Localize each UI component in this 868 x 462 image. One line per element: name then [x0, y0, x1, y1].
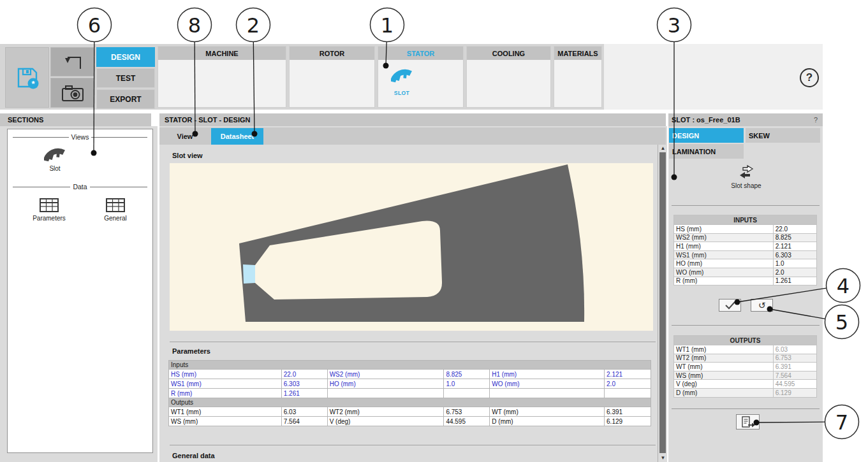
table-row: WS (mm)7.564V (deg)44.595D (mm)6.129 — [169, 417, 651, 426]
slot-shape-tool[interactable]: Slot shape — [719, 164, 773, 189]
undo-button[interactable] — [50, 47, 94, 76]
export-report-icon — [740, 415, 756, 428]
parameter-value[interactable]: 2.0 — [605, 379, 651, 389]
parameter-label: WT1 (mm) — [169, 407, 282, 417]
slot-shape-icon — [738, 164, 754, 180]
callout-number: 2 — [247, 13, 260, 38]
test-mode-button[interactable]: TEST — [96, 68, 155, 88]
parameter-value[interactable]: 8.825 — [444, 370, 490, 379]
design-mode-button[interactable]: DESIGN — [96, 47, 155, 67]
rotor-panel[interactable]: ROTOR — [289, 46, 375, 108]
parameter-value[interactable]: 22.0 — [281, 370, 327, 379]
help-button[interactable]: ? — [800, 68, 819, 87]
checkmark-icon — [725, 301, 736, 310]
parameter-label: WO (mm) — [490, 379, 605, 389]
parameter-label: WT (mm) — [490, 407, 605, 417]
parameter-value: 6.391 — [773, 363, 816, 372]
callout-number: 1 — [381, 13, 394, 38]
parameter-label: WS1 (mm) — [674, 250, 774, 259]
vertical-scrollbar[interactable]: ▲ ▼ — [658, 145, 667, 462]
parameter-value: 44.595 — [773, 380, 816, 389]
panel-divider — [672, 205, 820, 206]
parameter-value: 6.03 — [281, 407, 327, 417]
tab-skew[interactable]: SKEW — [746, 128, 820, 143]
callout-circle — [825, 405, 859, 439]
parameter-value: 6.03 — [773, 345, 816, 354]
scroll-up-arrow-icon[interactable]: ▲ — [658, 145, 668, 152]
slot-panel-help[interactable]: ? — [814, 116, 823, 124]
slot-shape-label: Slot shape — [719, 182, 773, 189]
parameter-label: WS1 (mm) — [169, 379, 282, 389]
sections-panel: Views Slot Data Parameters — [7, 129, 153, 453]
export-report-button[interactable] — [736, 414, 760, 430]
parameter-label: HO (mm) — [327, 379, 444, 389]
parameter-value[interactable]: 1.261 — [773, 277, 816, 285]
save-button[interactable]: * — [5, 47, 49, 108]
parameter-label: WS (mm) — [169, 417, 282, 426]
apply-button[interactable] — [719, 299, 741, 312]
inputs-table-header: INPUTS — [674, 215, 817, 225]
callout-circle — [371, 8, 404, 42]
parameter-value[interactable]: 2.121 — [605, 370, 651, 379]
parameter-value[interactable]: 8.825 — [773, 233, 816, 242]
parameter-value: 44.595 — [444, 417, 490, 426]
parameter-value[interactable]: 22.0 — [773, 225, 816, 234]
sidebar-item-slot[interactable]: Slot — [34, 145, 75, 172]
scroll-down-arrow-icon[interactable]: ▼ — [658, 455, 668, 461]
tab-design[interactable]: DESIGN — [669, 128, 744, 143]
slot-view-heading: Slot view — [172, 152, 203, 159]
stator-slot-item[interactable]: SLOT — [387, 66, 416, 96]
table-icon — [105, 197, 126, 213]
callout-number: 3 — [668, 13, 680, 38]
parameter-value[interactable]: 6.303 — [773, 250, 816, 259]
sidebar-item-general[interactable]: General — [93, 197, 138, 222]
slot-opening — [243, 264, 255, 284]
rotor-panel-title[interactable]: ROTOR — [290, 47, 374, 60]
parameter-value[interactable]: 6.303 — [281, 379, 327, 389]
sidebar-item-parameters[interactable]: Parameters — [27, 197, 71, 222]
machine-panel-title[interactable]: MACHINE — [158, 47, 286, 60]
cooling-panel[interactable]: COOLING — [466, 46, 551, 108]
parameter-value[interactable]: 2.0 — [773, 268, 816, 277]
inputs-table: INPUTSHS (mm)22.0WS2 (mm)8.825H1 (mm)2.1… — [673, 215, 817, 285]
table-row: WS1 (mm)6.303 — [674, 250, 817, 259]
callout-number: 7 — [835, 410, 848, 435]
cooling-panel-title[interactable]: COOLING — [467, 47, 550, 60]
export-mode-button[interactable]: EXPORT — [96, 89, 155, 109]
materials-panel-title[interactable]: MATERIALS — [554, 47, 601, 60]
table-row: H1 (mm)2.121 — [674, 242, 817, 251]
view-tab[interactable]: View — [161, 128, 209, 145]
screenshot-button[interactable] — [50, 78, 94, 108]
table-icon — [39, 197, 59, 213]
table-row: WS2 (mm)8.825 — [674, 233, 817, 242]
parameter-label: R (mm) — [169, 389, 282, 398]
application-window: * DESIGN TEST EXPORT MACHINE ROTOR STATO… — [0, 0, 868, 462]
callout-circle — [237, 8, 270, 42]
save-icon: * — [13, 64, 41, 92]
scrollbar-thumb[interactable] — [659, 152, 666, 453]
materials-panel[interactable]: MATERIALS — [554, 46, 602, 108]
stator-panel[interactable]: STATOR SLOT — [378, 46, 464, 108]
parameter-value[interactable]: 1.0 — [773, 259, 816, 268]
panel-divider — [672, 325, 820, 326]
parameter-label: HO (mm) — [674, 259, 774, 268]
callout-circle — [658, 8, 691, 42]
reset-button[interactable]: ↺ — [751, 299, 773, 312]
table-row: HS (mm)22.0 — [674, 225, 817, 234]
parameter-label: HS (mm) — [674, 225, 774, 234]
callout-circle — [827, 269, 860, 303]
datasheet-tab[interactable]: Datasheet — [211, 128, 263, 145]
machine-panel[interactable]: MACHINE — [158, 46, 286, 108]
parameter-label: WS2 (mm) — [327, 370, 444, 379]
stator-slot-item-label: SLOT — [387, 90, 416, 96]
parameter-value: 6.391 — [605, 407, 651, 417]
stator-panel-title[interactable]: STATOR — [378, 47, 463, 60]
table-row: HS (mm)22.0WS2 (mm)8.825H1 (mm)2.121 — [169, 370, 651, 379]
parameter-value[interactable]: 1.261 — [281, 389, 327, 398]
tab-lamination[interactable]: LAMINATION — [669, 144, 744, 159]
sidebar-item-general-label: General — [93, 215, 138, 222]
parameter-value[interactable]: 1.0 — [444, 379, 490, 389]
sidebar-item-parameters-label: Parameters — [27, 215, 71, 222]
parameter-value[interactable]: 2.121 — [773, 242, 816, 251]
slot-icon — [44, 145, 66, 164]
